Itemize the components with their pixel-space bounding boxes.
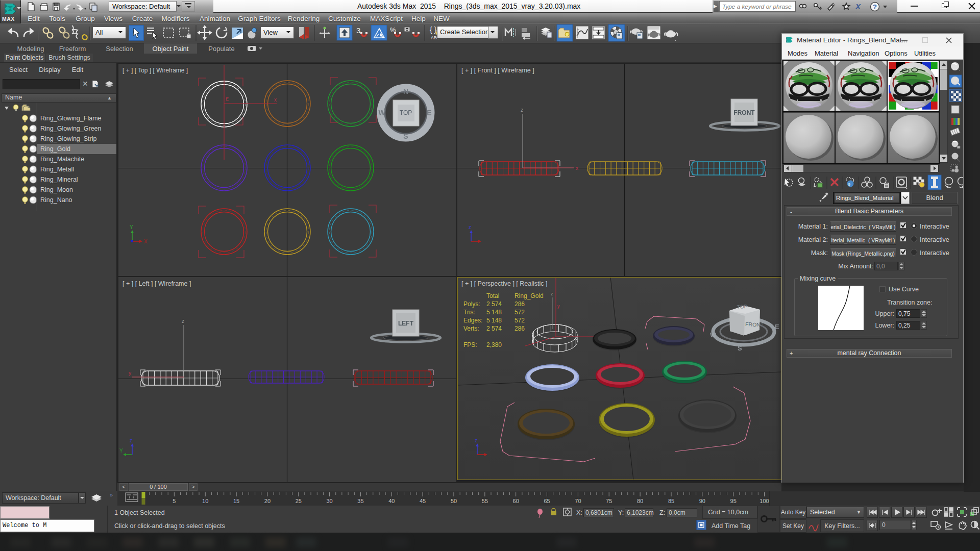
svg-text:Polys:: Polys: — [463, 300, 480, 308]
svg-text:15: 15 — [233, 498, 239, 504]
svg-text:572: 572 — [514, 309, 525, 316]
svg-text:Verts:: Verts: — [463, 325, 479, 332]
svg-text:Ring_Malachite: Ring_Malachite — [40, 156, 84, 163]
svg-text:40: 40 — [388, 498, 395, 504]
svg-text:3: 3 — [356, 26, 360, 35]
svg-text:100: 100 — [760, 498, 769, 504]
svg-text:[ + ] [ Left ] [ Wireframe ]: [ + ] [ Left ] [ Wireframe ] — [122, 280, 191, 287]
svg-text:10: 10 — [202, 498, 208, 504]
svg-text:Ring_Nano: Ring_Nano — [40, 196, 72, 204]
svg-text:5 148: 5 148 — [486, 317, 502, 324]
svg-text:Ring_Mineral: Ring_Mineral — [40, 176, 78, 183]
svg-text:?: ? — [873, 3, 877, 11]
svg-text:2 574: 2 574 — [486, 300, 502, 308]
svg-text:y: y — [129, 370, 131, 376]
svg-text:X: X — [144, 239, 148, 244]
svg-text:20: 20 — [264, 498, 271, 504]
svg-text:y: y — [557, 304, 560, 309]
svg-text:TOP: TOP — [737, 304, 748, 310]
svg-text:25: 25 — [296, 498, 302, 504]
svg-text:z: z — [551, 291, 553, 296]
svg-text:286: 286 — [514, 325, 525, 332]
svg-text:[ + ] [ Front ] [ Wireframe ]: [ + ] [ Front ] [ Wireframe ] — [461, 67, 534, 74]
svg-text:Ring_Glowing_Strip: Ring_Glowing_Strip — [40, 135, 97, 142]
svg-text:Edges:: Edges: — [463, 317, 482, 324]
svg-text:80: 80 — [637, 498, 643, 504]
svg-text:Ring_Glowing_Flame: Ring_Glowing_Flame — [40, 115, 102, 122]
svg-text:S: S — [738, 344, 742, 352]
svg-text:S: S — [403, 132, 408, 140]
svg-text:z: z — [475, 438, 477, 443]
svg-text:572: 572 — [514, 317, 525, 324]
svg-text:Tris:: Tris: — [463, 309, 475, 316]
svg-text:[ + ] [ Perspective ] [ Realis: [ + ] [ Perspective ] [ Realistic ] — [461, 280, 547, 287]
svg-text:Y: Y — [130, 224, 133, 230]
svg-text:85: 85 — [668, 498, 674, 504]
svg-text:286: 286 — [514, 300, 525, 308]
svg-text:Ring_Gold: Ring_Gold — [514, 292, 544, 299]
svg-text:z: z — [469, 224, 471, 230]
svg-text:Ring_Moon: Ring_Moon — [40, 186, 73, 193]
svg-text:60: 60 — [513, 498, 519, 504]
svg-text:65: 65 — [544, 498, 550, 504]
svg-text:z: z — [521, 107, 523, 113]
svg-text:TOP: TOP — [400, 109, 412, 116]
svg-text:N: N — [403, 87, 408, 95]
svg-text:50: 50 — [451, 498, 457, 504]
svg-text:x: x — [274, 97, 277, 103]
svg-text:2,380: 2,380 — [486, 341, 502, 348]
svg-text:[ + ] [ Top ] [ Wireframe ]: [ + ] [ Top ] [ Wireframe ] — [122, 67, 188, 74]
svg-text:E: E — [775, 323, 779, 331]
svg-text:z: z — [182, 318, 184, 324]
svg-text:FPS:: FPS: — [463, 341, 477, 348]
svg-text:30: 30 — [326, 498, 332, 504]
svg-text:Ring_Glowing_Green: Ring_Glowing_Green — [40, 125, 102, 132]
svg-text:x: x — [576, 165, 578, 171]
svg-text:5 148: 5 148 — [486, 309, 502, 316]
svg-text:Ring_Gold: Ring_Gold — [40, 145, 70, 153]
svg-text:Total: Total — [486, 292, 499, 299]
svg-text:FRONT: FRONT — [733, 109, 755, 116]
svg-text:{ }: { } — [430, 26, 437, 34]
svg-text:Y: Y — [119, 448, 123, 454]
svg-text:55: 55 — [482, 498, 488, 504]
svg-text:X: X — [855, 2, 861, 11]
svg-text:70: 70 — [575, 498, 581, 504]
svg-text:45: 45 — [420, 498, 426, 504]
svg-text:Ring_Metall: Ring_Metall — [40, 166, 74, 173]
svg-text:75: 75 — [606, 498, 612, 504]
svg-text:W: W — [710, 331, 717, 339]
svg-text:FRONT: FRONT — [745, 321, 764, 328]
svg-text:35: 35 — [357, 498, 363, 504]
svg-text:9: 9 — [848, 182, 851, 187]
svg-text:E: E — [427, 109, 431, 117]
svg-text:95: 95 — [730, 498, 737, 504]
svg-text:z: z — [130, 438, 132, 443]
svg-text:W: W — [378, 109, 385, 117]
svg-text:LEFT: LEFT — [398, 320, 414, 327]
svg-text:5: 5 — [173, 498, 176, 504]
svg-text:2 574: 2 574 — [486, 325, 502, 332]
svg-text:E: E — [226, 96, 229, 102]
svg-text:90: 90 — [699, 498, 705, 504]
